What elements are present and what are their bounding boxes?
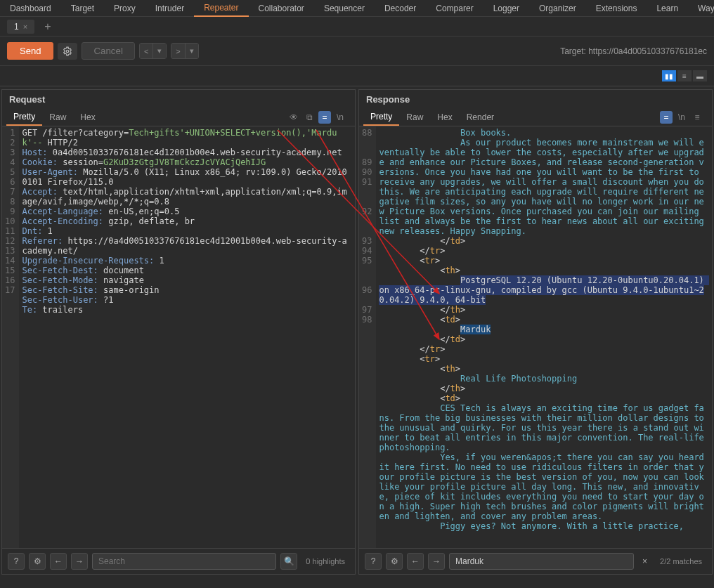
nav-fwd-dropdown[interactable]: ▾ — [186, 44, 198, 58]
response-search-bar: ? ⚙ ← → × 2/2 matches — [359, 548, 712, 574]
add-tab-button[interactable]: + — [37, 20, 58, 33]
menu-intruder[interactable]: Intruder — [145, 1, 194, 16]
response-panel: Response PrettyRawHexRender=\n≡ 88 89 90… — [358, 89, 713, 575]
menu-decoder[interactable]: Decoder — [375, 1, 426, 16]
repeater-sub-tabs: 1 × + — [0, 17, 714, 37]
menu-way[interactable]: Way — [688, 1, 714, 16]
newline-icon[interactable]: \n — [334, 111, 346, 124]
response-search-input[interactable] — [449, 553, 634, 570]
response-view-tabs: PrettyRawHexRender=\n≡ — [359, 109, 712, 126]
search-icon[interactable]: 🔍 — [280, 553, 297, 570]
newline-icon[interactable]: \n — [675, 111, 688, 124]
view-tab-render[interactable]: Render — [460, 110, 501, 125]
equals-icon[interactable]: = — [660, 111, 673, 124]
gear-icon[interactable]: ⚙ — [29, 553, 46, 570]
arrow-left-icon[interactable]: ← — [407, 553, 424, 570]
menu-organizer[interactable]: Organizer — [529, 1, 586, 16]
view-tab-pretty[interactable]: Pretty — [6, 109, 42, 126]
menu-repeater[interactable]: Repeater — [194, 0, 248, 17]
layout-rows-icon[interactable]: ≡ — [677, 70, 692, 81]
nav-fwd-button[interactable]: > — [171, 44, 185, 58]
menu-sequencer[interactable]: Sequencer — [314, 1, 375, 16]
request-title: Request — [2, 90, 355, 109]
matches-label: 2/2 matches — [656, 557, 706, 566]
menu-comparer[interactable]: Comparer — [426, 1, 483, 16]
layout-columns-icon[interactable]: ▮▮ — [662, 70, 676, 81]
menu-dashboard[interactable]: Dashboard — [0, 1, 61, 16]
copy-icon[interactable]: ⧉ — [303, 111, 316, 124]
layout-single-icon[interactable]: ▬ — [693, 70, 707, 81]
nav-back-group: < ▾ — [139, 43, 167, 59]
main-menu: DashboardTargetProxyIntruderRepeaterColl… — [0, 0, 714, 17]
nav-back-dropdown[interactable]: ▾ — [153, 44, 166, 58]
view-tab-hex[interactable]: Hex — [73, 110, 102, 125]
arrow-left-icon[interactable]: ← — [50, 553, 67, 570]
view-tab-raw[interactable]: Raw — [42, 110, 73, 125]
cancel-button[interactable]: Cancel — [82, 42, 135, 60]
request-view-tabs: PrettyRawHex👁⧉=\n — [2, 109, 355, 126]
nav-back-button[interactable]: < — [140, 44, 153, 58]
menu-learn[interactable]: Learn — [647, 1, 688, 16]
request-code[interactable]: GET /filter?category=Tech+gifts'+UNION+S… — [19, 126, 355, 548]
close-icon[interactable]: × — [23, 22, 27, 31]
menu-icon[interactable]: ≡ — [691, 111, 703, 124]
target-label[interactable]: Target: https://0a4d00510337676181ec — [560, 46, 707, 56]
help-icon[interactable]: ? — [8, 553, 25, 570]
arrow-right-icon[interactable]: → — [71, 553, 88, 570]
svg-point-0 — [67, 50, 70, 53]
request-gutter: 1 2 3 4 5 6 7 8 9 10 11 12 13 14 15 16 1… — [2, 126, 19, 548]
toolbar: Send Cancel < ▾ > ▾ Target: https://0a4d… — [0, 37, 714, 66]
visibility-icon[interactable]: 👁 — [287, 111, 300, 124]
nav-fwd-group: > ▾ — [171, 43, 198, 59]
response-gutter: 88 89 90 91 92 93 94 95 96 97 98 — [359, 126, 376, 548]
help-icon[interactable]: ? — [365, 553, 382, 570]
highlights-label: 0 highlights — [301, 557, 349, 566]
arrow-right-icon[interactable]: → — [428, 553, 445, 570]
response-code[interactable]: Box books. As our product becomes more m… — [376, 126, 712, 548]
menu-target[interactable]: Target — [61, 1, 104, 16]
menu-proxy[interactable]: Proxy — [104, 1, 145, 16]
request-search-input[interactable] — [92, 553, 276, 570]
view-tab-raw[interactable]: Raw — [399, 110, 430, 125]
view-tab-hex[interactable]: Hex — [430, 110, 459, 125]
request-panel: Request PrettyRawHex👁⧉=\n 1 2 3 4 5 6 7 … — [1, 89, 356, 575]
response-editor[interactable]: 88 89 90 91 92 93 94 95 96 97 98 Box boo… — [359, 126, 712, 548]
equals-icon[interactable]: = — [318, 111, 331, 124]
response-title: Response — [359, 90, 712, 109]
gear-icon[interactable]: ⚙ — [386, 553, 403, 570]
menu-extensions[interactable]: Extensions — [586, 1, 647, 16]
request-editor[interactable]: 1 2 3 4 5 6 7 8 9 10 11 12 13 14 15 16 1… — [2, 126, 355, 548]
send-button[interactable]: Send — [7, 42, 53, 60]
menu-logger[interactable]: Logger — [483, 1, 529, 16]
request-search-bar: ? ⚙ ← → 🔍 0 highlights — [2, 548, 355, 574]
tab-label: 1 — [14, 22, 19, 32]
settings-icon[interactable] — [58, 43, 77, 60]
view-tab-pretty[interactable]: Pretty — [363, 109, 399, 126]
repeater-tab-1[interactable]: 1 × — [7, 20, 34, 34]
clear-search-icon[interactable]: × — [638, 556, 651, 566]
menu-collaborator[interactable]: Collaborator — [249, 1, 314, 16]
